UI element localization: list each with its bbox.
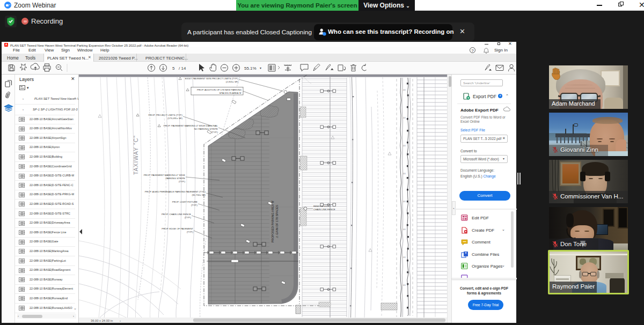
svg-text:5: 5: [172, 66, 175, 71]
svg-text:PROP. PAVEMENT MARKING 4" WIDE: PROP. PAVEMENT MARKING 4" WIDE DIAGONAL: [164, 124, 218, 127]
svg-text:4.6: 4.6: [403, 201, 406, 203]
svg-text:PROP. AGED PERMEABLE PARKING P: PROP. AGED PERMEABLE PARKING PAVEMENT (T…: [145, 190, 206, 193]
svg-text:(2,815± SF): (2,815± SF): [226, 80, 239, 83]
svg-text:PROP. CHAIN LINK FENCE: PROP. CHAIN LINK FENCE: [162, 213, 191, 216]
svg-text:4.6: 4.6: [403, 228, 406, 231]
svg-text:CHAIN LINK FENCE: CHAIN LINK FENCE: [313, 208, 335, 211]
svg-text:4.6: 4.6: [403, 284, 406, 286]
svg-text:4.6: 4.6: [403, 117, 406, 119]
svg-text:EXIST. PAVEMENT W/IN PROJECT L: EXIST. PAVEMENT W/IN PROJECT LIMITS (TYP…: [185, 77, 239, 80]
svg-text:55.1%: 55.1%: [244, 66, 257, 71]
svg-text:(TYP.): (TYP.): [191, 204, 198, 206]
svg-text:PROP. LIGHT FIXTURE: PROP. LIGHT FIXTURE: [172, 201, 197, 203]
svg-text:(173,091± SF): (173,091± SF): [167, 117, 183, 120]
svg-text:4.6: 4.6: [403, 89, 406, 91]
svg-text:‹: ‹: [120, 319, 121, 322]
svg-text:/ 14: / 14: [179, 66, 186, 71]
svg-text:4.6: 4.6: [403, 145, 406, 147]
svg-text:PARKING STRIPE: PARKING STRIPE: [165, 177, 185, 180]
svg-text:PROP. EDGE OF PAVEMENT: PROP. EDGE OF PAVEMENT: [162, 227, 193, 230]
svg-text:(TYP.): (TYP.): [211, 131, 218, 134]
svg-text:(30,700± SF): (30,700± SF): [192, 194, 206, 196]
svg-text:PROP. ADDITION OF 178 NEW PARK: PROP. ADDITION OF 178 NEW PARKING: [197, 88, 242, 91]
svg-text:PROP. PROJECT LIMITS (TYP.): PROP. PROJECT LIMITS (TYP.): [149, 114, 183, 116]
svg-text:⚠ GAIN OF 178 SPACES: ⚠ GAIN OF 178 SPACES: [275, 205, 279, 238]
svg-text:36.00 x 24.00 in: 36.00 x 24.00 in: [91, 319, 113, 322]
svg-text:4.6: 4.6: [403, 256, 406, 258]
svg-text:▾: ▾: [260, 67, 261, 70]
svg-text:PROPOSED PARKING AREA 'B': PROPOSED PARKING AREA 'B': [271, 201, 274, 243]
svg-text:PROP. PAVEMENT MARKING 4" WIDE: PROP. PAVEMENT MARKING 4" WIDE: [144, 174, 185, 176]
svg-text:(TYP.): (TYP.): [187, 231, 194, 233]
svg-text:(TYP.): (TYP.): [179, 180, 186, 183]
svg-text:4.6: 4.6: [403, 173, 406, 175]
svg-text:NO PARKING STRIPE: NO PARKING STRIPE: [194, 128, 218, 130]
svg-text:(TYP.): (TYP.): [185, 216, 192, 219]
svg-text:REMOVE EXIST.: REMOVE EXIST.: [313, 205, 332, 208]
svg-text:SPACES IN AREA 'B': SPACES IN AREA 'B': [219, 92, 241, 94]
svg-text:TAXIWAY "C": TAXIWAY "C": [133, 135, 139, 175]
